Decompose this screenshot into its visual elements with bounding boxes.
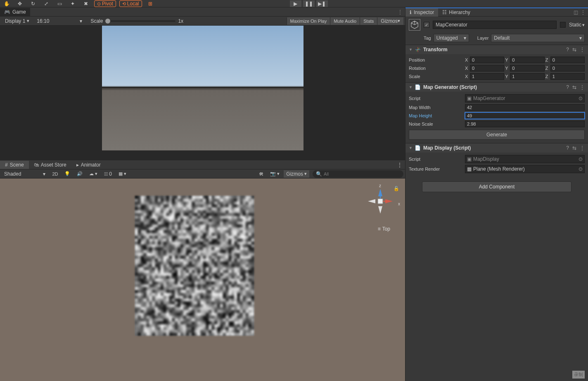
menu-icon[interactable]: ⋮ — [580, 47, 585, 52]
noise-scale-input[interactable] — [465, 121, 585, 127]
static-checkbox[interactable] — [560, 22, 566, 28]
orientation-gizmo[interactable] — [364, 185, 397, 218]
script-reference[interactable]: ▣MapDisplay⊙ — [465, 155, 585, 163]
pivot-toggle[interactable]: ⊙ Pivot — [94, 0, 116, 7]
shading-dropdown[interactable]: Shaded▾ — [2, 170, 48, 178]
tab-animator[interactable]: ▸ Animator — [71, 161, 106, 169]
tab-hierarchy[interactable]: ☷ Hierarchy — [438, 8, 474, 17]
y-label: Y — [505, 57, 509, 62]
position-z-input[interactable] — [550, 57, 585, 63]
texture-render-value: Plane (Mesh Renderer) — [473, 166, 525, 172]
audio-icon[interactable]: 🔊 — [74, 170, 85, 177]
local-toggle[interactable]: ⟲ Local — [119, 0, 142, 7]
svg-marker-0 — [378, 189, 382, 196]
object-picker-icon[interactable]: ⊙ — [579, 156, 583, 162]
script-reference[interactable]: ▣MapGenerator⊙ — [465, 94, 585, 102]
map-display-header[interactable]: ▼ 📄 Map Display (Script) ?⇆⋮ — [405, 143, 588, 152]
active-checkbox[interactable]: ✓ — [424, 22, 429, 28]
gameobject-icon[interactable] — [409, 19, 420, 31]
camera-dropdown[interactable]: 📷 ▾ — [268, 170, 282, 177]
mode-2d-toggle[interactable]: 2D — [50, 171, 60, 177]
scene-search[interactable]: 🔍 — [313, 170, 403, 178]
map-generator-header[interactable]: ▼ 📄 Map Generator (Script) ?⇆⋮ — [405, 83, 588, 92]
help-icon[interactable]: ? — [566, 145, 569, 151]
lighting-icon[interactable]: 💡 — [62, 170, 73, 177]
menu-icon[interactable]: ⋮ — [580, 145, 585, 151]
object-picker-icon[interactable]: ⊙ — [579, 166, 583, 172]
view-label[interactable]: ≡Top — [378, 226, 390, 232]
layout-icon[interactable]: ◫ — [574, 10, 578, 15]
move-tool-icon[interactable]: ✥ — [15, 0, 25, 7]
y-label: Y — [505, 66, 509, 71]
mute-audio-button[interactable]: Mute Audio — [330, 17, 360, 25]
fx-dropdown[interactable]: ☁ ▾ — [87, 170, 100, 177]
preset-icon[interactable]: ⇆ — [572, 84, 576, 90]
tab-game[interactable]: 🎮Game — [0, 8, 30, 16]
tab-asset-store-label: Asset Store — [41, 162, 66, 168]
tab-scene[interactable]: # Scene — [0, 161, 29, 169]
tools-icon[interactable]: 🛠 — [256, 171, 266, 177]
panel-menu-icon[interactable]: ⋮ — [398, 9, 405, 15]
position-row: Position X Y Z — [409, 56, 585, 64]
transform-tool-icon[interactable]: ✦ — [68, 0, 78, 7]
rotation-z-input[interactable] — [550, 65, 585, 71]
grid-dropdown[interactable]: ▦ ▾ — [116, 170, 129, 177]
aspect-dropdown[interactable]: 16:10▾ — [33, 17, 85, 25]
hidden-objects[interactable]: 👁⃠0 — [102, 170, 114, 178]
rotate-tool-icon[interactable]: ↻ — [28, 0, 38, 7]
play-button[interactable]: ▶ — [290, 0, 301, 7]
help-icon[interactable]: ? — [566, 84, 569, 90]
map-width-input[interactable] — [465, 104, 585, 111]
map-height-input[interactable] — [465, 112, 585, 119]
stats-button[interactable]: Stats — [360, 17, 377, 25]
custom-tool-icon[interactable]: ✖ — [81, 0, 91, 7]
step-button[interactable]: ▶❚ — [316, 0, 328, 7]
texture-render-label: Texture Render — [409, 167, 463, 171]
preset-icon[interactable]: ⇆ — [572, 47, 576, 52]
pause-button[interactable]: ❚❚ — [303, 0, 315, 7]
script-value: MapDisplay — [473, 156, 499, 162]
static-dropdown[interactable]: Static ▾ — [569, 22, 585, 28]
gizmos-dropdown[interactable]: Gizmos ▾ — [377, 17, 403, 25]
layer-dropdown[interactable]: Default▾ — [491, 34, 585, 42]
object-picker-icon[interactable]: ⊙ — [579, 95, 583, 101]
display-dropdown[interactable]: Display 1 ▾ — [2, 17, 33, 25]
hand-tool-icon[interactable]: ✋ — [2, 0, 12, 7]
shading-label: Shaded — [4, 171, 21, 177]
position-x-input[interactable] — [470, 57, 504, 63]
position-y-input[interactable] — [510, 57, 544, 63]
menu-icon[interactable]: ⋮ — [580, 84, 585, 90]
snap-icon[interactable]: ⊞ — [145, 0, 155, 7]
scene-viewport[interactable]: z x 🔓 ≡Top — [0, 179, 405, 381]
gizmo-lock-icon[interactable]: 🔓 — [394, 186, 399, 191]
scene-panel-menu-icon[interactable]: ⋮ — [397, 162, 403, 168]
scene-icon: # — [5, 162, 8, 168]
x-label: X — [465, 57, 469, 62]
texture-render-reference[interactable]: ▦Plane (Mesh Renderer)⊙ — [465, 165, 585, 173]
preset-icon[interactable]: ⇆ — [572, 145, 576, 151]
rotation-x-input[interactable] — [470, 65, 504, 71]
transform-header[interactable]: ▼ Transform ?⇆⋮ — [405, 45, 588, 54]
generate-button[interactable]: Generate — [409, 130, 585, 140]
tag-dropdown[interactable]: Untagged▾ — [434, 34, 469, 42]
scene-gizmos-dropdown[interactable]: Gizmos ▾ — [284, 170, 309, 178]
scale-slider[interactable] — [105, 20, 175, 22]
gameobject-name-input[interactable] — [433, 21, 557, 29]
z-label: Z — [545, 66, 550, 71]
help-icon[interactable]: ? — [566, 47, 569, 52]
tab-asset-store[interactable]: 🛍 Asset Store — [29, 161, 71, 169]
hierarchy-icon: ☷ — [442, 10, 447, 15]
tab-inspector[interactable]: ℹ Inspector — [405, 8, 438, 17]
scale-y-input[interactable] — [510, 73, 544, 80]
rotation-y-input[interactable] — [510, 65, 544, 71]
scale-tool-icon[interactable]: ⤢ — [41, 0, 51, 7]
panel-menu-icon[interactable]: ⋮ — [581, 10, 586, 15]
add-component-button[interactable]: Add Component — [422, 181, 571, 192]
transform-component: ▼ Transform ?⇆⋮ Position X Y Z — [405, 45, 588, 82]
rect-tool-icon[interactable]: ▭ — [55, 0, 64, 7]
scale-x-input[interactable] — [470, 73, 504, 80]
fold-icon: ▼ — [409, 85, 413, 89]
scene-search-input[interactable] — [324, 171, 400, 176]
maximize-on-play-button[interactable]: Maximize On Play — [287, 17, 330, 25]
scale-z-input[interactable] — [550, 73, 585, 80]
